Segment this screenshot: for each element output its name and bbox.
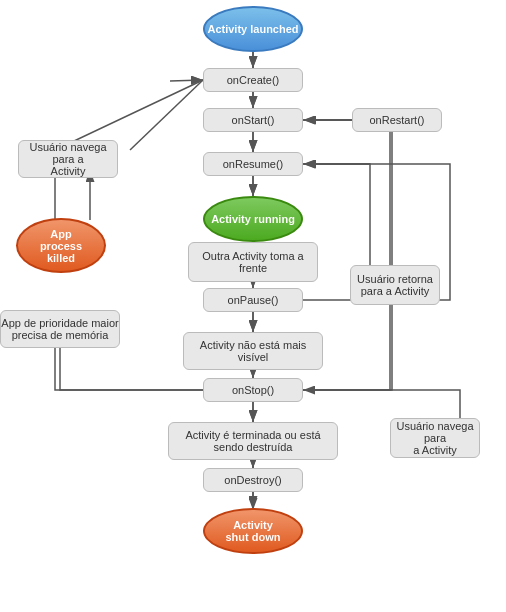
- usuario-navega-cima-node: Usuário navega para a Activity: [18, 140, 118, 178]
- activity-running-label: Activity running: [211, 213, 295, 225]
- on-start-label: onStart(): [232, 114, 275, 126]
- on-pause-label: onPause(): [228, 294, 279, 306]
- outra-activity-label: Outra Activity toma a frente: [202, 250, 303, 274]
- on-restart-label: onRestart(): [369, 114, 424, 126]
- outra-activity-node: Outra Activity toma a frente: [188, 242, 318, 282]
- on-destroy-node: onDestroy(): [203, 468, 303, 492]
- activity-running-node: Activity running: [203, 196, 303, 242]
- lifecycle-diagram: Activity launched onCreate() onStart() o…: [0, 0, 506, 612]
- usuario-navega-baixo-label: Usuário navega para a Activity: [391, 420, 479, 456]
- app-process-killed-label: App process killed: [40, 228, 82, 264]
- on-stop-node: onStop(): [203, 378, 303, 402]
- activity-terminada-label: Activity é terminada ou está sendo destr…: [185, 429, 320, 453]
- on-create-node: onCreate(): [203, 68, 303, 92]
- app-process-killed-node: App process killed: [16, 218, 106, 273]
- activity-terminada-node: Activity é terminada ou está sendo destr…: [168, 422, 338, 460]
- activity-shutdown-node: Activity shut down: [203, 508, 303, 554]
- activity-shutdown-label: Activity shut down: [226, 519, 281, 543]
- app-prioridade-label: App de prioridade maior precisa de memór…: [1, 317, 118, 341]
- usuario-retorna-label: Usuário retorna para a Activity: [357, 273, 433, 297]
- usuario-navega-baixo-node: Usuário navega para a Activity: [390, 418, 480, 458]
- on-resume-label: onResume(): [223, 158, 284, 170]
- on-stop-label: onStop(): [232, 384, 274, 396]
- usuario-retorna-node: Usuário retorna para a Activity: [350, 265, 440, 305]
- activity-nao-visivel-label: Activity não está mais visível: [200, 339, 306, 363]
- usuario-navega-cima-label: Usuário navega para a Activity: [19, 141, 117, 177]
- svg-line-27: [170, 80, 203, 81]
- on-resume-node: onResume(): [203, 152, 303, 176]
- on-pause-node: onPause(): [203, 288, 303, 312]
- activity-launched-node: Activity launched: [203, 6, 303, 52]
- app-prioridade-node: App de prioridade maior precisa de memór…: [0, 310, 120, 348]
- on-create-label: onCreate(): [227, 74, 280, 86]
- activity-nao-visivel-node: Activity não está mais visível: [183, 332, 323, 370]
- on-start-node: onStart(): [203, 108, 303, 132]
- activity-launched-label: Activity launched: [207, 23, 298, 35]
- on-restart-node: onRestart(): [352, 108, 442, 132]
- on-destroy-label: onDestroy(): [224, 474, 281, 486]
